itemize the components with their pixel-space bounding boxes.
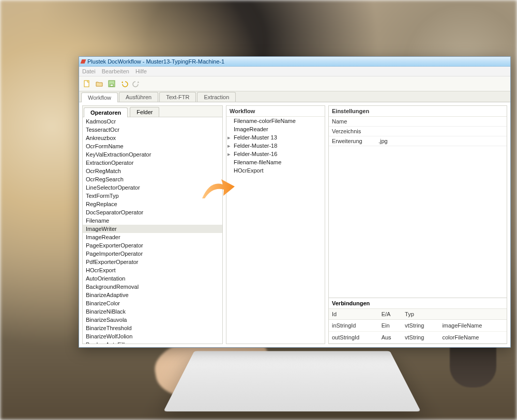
operator-item[interactable]: KeyValExtractionOperator — [83, 150, 222, 159]
operator-item[interactable]: BinarizeThreshold — [83, 324, 222, 332]
operator-item[interactable]: BinarizeWolfJolion — [83, 332, 222, 340]
operator-item[interactable]: DocSeparatorOperator — [83, 208, 222, 216]
operators-sub-tabs: Operatoren Felder — [83, 106, 222, 117]
workflow-tree[interactable]: Filename-colorFileNameImageReader▸Felder… — [226, 117, 325, 344]
undo-icon[interactable] — [119, 79, 129, 88]
operator-item[interactable]: TesseractOcr — [83, 126, 222, 134]
operator-item[interactable]: Filename — [83, 216, 222, 225]
operator-item[interactable]: BinarizeNiBlack — [83, 307, 222, 316]
operator-item[interactable]: ImageWriter — [83, 225, 222, 233]
titlebar[interactable]: Plustek DocWorkflow - Muster13-TypingFR-… — [79, 57, 510, 67]
operator-item[interactable]: BordersAutoFill — [83, 340, 222, 344]
operator-item[interactable]: PageImporterOperator — [83, 250, 222, 258]
operator-item[interactable]: ExtractionOperator — [83, 159, 222, 167]
operator-item[interactable]: BinarizeAdaptive — [83, 291, 222, 299]
svg-rect-0 — [84, 81, 89, 87]
settings-header: Einstellungen — [329, 106, 507, 117]
setting-row[interactable]: Name — [329, 117, 507, 127]
redo-icon[interactable] — [132, 79, 141, 88]
setting-row[interactable]: Erweiterung.jpg — [329, 136, 507, 146]
operator-item[interactable]: KadmosOcr — [83, 117, 222, 126]
setting-value[interactable] — [375, 117, 507, 126]
main-tabs: Workflow Ausführen Text-FTR Extraction — [79, 91, 510, 102]
workspace: Operatoren Felder KadmosOcrTesseractOcrA… — [79, 102, 510, 347]
operator-item[interactable]: Ankreuzbox — [83, 134, 222, 142]
operator-item[interactable]: RegReplace — [83, 200, 222, 208]
open-folder-icon[interactable] — [95, 79, 104, 88]
tab-ausfuehren[interactable]: Ausführen — [119, 92, 158, 102]
tab-extraction[interactable]: Extraction — [197, 92, 236, 102]
expand-icon[interactable]: ▸ — [227, 150, 232, 158]
connections-header: Verbindungen — [329, 298, 507, 309]
operator-item[interactable]: PageExporterOperator — [83, 241, 222, 250]
menubar: Datei Bearbeiten Hilfe — [79, 67, 510, 76]
connections-table: Id E/A Typ inStringIdEinvtStringimageFil… — [329, 309, 507, 344]
operator-item[interactable]: OcrRegSearch — [83, 175, 222, 183]
sub-tab-felder[interactable]: Felder — [130, 107, 159, 117]
conn-col-typ[interactable]: Typ — [402, 309, 439, 320]
workflow-header: Workflow — [226, 106, 325, 117]
workflow-item[interactable]: Filename-colorFileName — [226, 117, 325, 125]
workflow-item[interactable]: ImageReader — [226, 125, 325, 133]
conn-col-id[interactable]: Id — [329, 309, 378, 320]
setting-key: Name — [329, 117, 375, 126]
operator-item[interactable]: OcrRegMatch — [83, 167, 222, 175]
operators-list[interactable]: KadmosOcrTesseractOcrAnkreuzboxOcrFormNa… — [83, 117, 222, 344]
conn-col-ea[interactable]: E/A — [378, 309, 402, 320]
setting-key: Erweiterung — [329, 136, 375, 146]
settings-list: NameVerzeichnisErweiterung.jpg — [329, 117, 507, 146]
new-file-icon[interactable] — [82, 79, 92, 88]
workflow-item[interactable]: ▸Felder-Muster-18 — [226, 142, 325, 150]
operator-item[interactable]: PdfExporterOperator — [83, 258, 222, 266]
menu-hilfe[interactable]: Hilfe — [135, 68, 147, 74]
workflow-item[interactable]: HOcrExport — [226, 166, 325, 175]
setting-value[interactable] — [375, 127, 507, 136]
expand-icon[interactable]: ▸ — [227, 134, 232, 141]
workflow-item[interactable]: ▸Felder-Muster-16 — [226, 150, 325, 158]
operator-item[interactable]: TextFormTyp — [83, 192, 222, 200]
workflow-pane: Workflow Filename-colorFileNameImageRead… — [226, 105, 325, 344]
toolbar — [79, 76, 510, 91]
save-icon[interactable] — [107, 79, 116, 88]
table-row[interactable]: inStringIdEinvtStringimageFileName — [329, 320, 507, 332]
workflow-item[interactable]: Filename-fileName — [226, 158, 325, 166]
operators-pane: Operatoren Felder KadmosOcrTesseractOcrA… — [82, 105, 223, 344]
menu-bearbeiten[interactable]: Bearbeiten — [102, 68, 129, 74]
conn-col-extra[interactable] — [439, 309, 507, 320]
tab-workflow[interactable]: Workflow — [81, 92, 118, 102]
operator-item[interactable]: LineSelectorOperator — [83, 183, 222, 192]
operator-item[interactable]: BinarizeSauvola — [83, 316, 222, 324]
workflow-item[interactable]: ▸Felder-Muster 13 — [226, 133, 325, 142]
sub-tab-operatoren[interactable]: Operatoren — [84, 107, 128, 117]
operator-item[interactable]: BackgroundRemoval — [83, 283, 222, 291]
background-laptop — [163, 351, 421, 412]
expand-icon[interactable]: ▸ — [227, 142, 232, 149]
window-title: Plustek DocWorkflow - Muster13-TypingFR-… — [87, 58, 224, 65]
menu-datei[interactable]: Datei — [82, 68, 96, 74]
operator-item[interactable]: HOcrExport — [83, 266, 222, 274]
app-window: Plustek DocWorkflow - Muster13-TypingFR-… — [79, 56, 511, 348]
tab-text-ftr[interactable]: Text-FTR — [159, 92, 196, 102]
svg-rect-2 — [110, 84, 113, 86]
properties-pane: Einstellungen NameVerzeichnisErweiterung… — [328, 105, 507, 344]
table-row[interactable]: outStringIdAusvtStringcolorFileName — [329, 332, 507, 344]
operator-item[interactable]: AutoOrientation — [83, 274, 222, 283]
app-icon — [81, 59, 86, 64]
setting-row[interactable]: Verzeichnis — [329, 127, 507, 136]
operator-item[interactable]: OcrFormName — [83, 142, 222, 150]
operator-item[interactable]: ImageReader — [83, 233, 222, 241]
setting-value[interactable]: .jpg — [375, 136, 507, 146]
setting-key: Verzeichnis — [329, 127, 375, 136]
operator-item[interactable]: BinarizeColor — [83, 299, 222, 307]
